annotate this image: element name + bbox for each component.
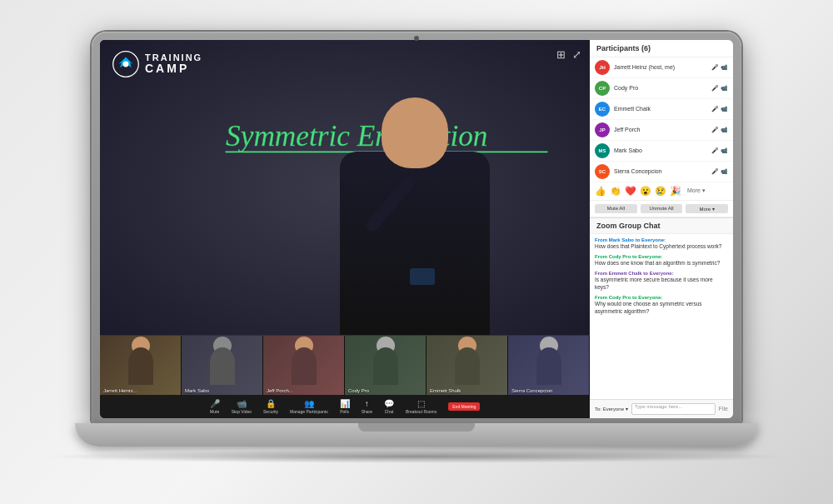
thumb-6: Sierra Concepcion <box>508 336 590 395</box>
reactions-bar: 👍 👏 ❤️ 😮 😢 🎉 More ▾ <box>590 182 733 201</box>
avatar-ms: MS <box>595 143 610 158</box>
video-toolbar-top: ⊞ ⤢ <box>556 48 581 61</box>
main-video-panel: TRAINING CAMP ⊞ ⤢ <box>100 40 590 418</box>
svg-point-1 <box>123 61 129 67</box>
reaction-celebrate[interactable]: 🎉 <box>670 186 681 197</box>
stop-video-button[interactable]: 📹 Stop Video <box>232 399 252 414</box>
fullscreen-icon[interactable]: ⤢ <box>572 48 581 61</box>
polls-button[interactable]: 📊 Polls <box>340 399 350 414</box>
shirt-logo <box>410 268 435 285</box>
bottom-toolbar: 🎤 Mute 📹 Stop Video 🔒 Security 👥 Manage … <box>100 395 590 418</box>
chat-input-box[interactable]: Type message here... <box>631 403 716 415</box>
chat-message-1: From Mark Sabo to Everyone: How does tha… <box>595 237 728 250</box>
unmute-all-button[interactable]: Unmute All <box>641 204 683 213</box>
breakout-icon: ⬚ <box>417 399 425 408</box>
logo-text: TRAINING CAMP <box>145 52 202 75</box>
avatar-jp: JP <box>595 122 610 137</box>
video-content: TRAINING CAMP ⊞ ⤢ <box>100 40 590 335</box>
training-camp-logo: TRAINING CAMP <box>112 50 202 78</box>
breakout-label: Breakout Rooms <box>406 409 436 414</box>
thumb-label-3: Jeff Porch... <box>267 388 293 393</box>
chat-input-area: To: Everyone ▾ Type message here... File <box>590 399 733 418</box>
chat-message-4: From Cody Pro to Everyone: Why would one… <box>595 295 728 315</box>
security-button[interactable]: 🔒 Security <box>263 399 278 414</box>
camp-label: CAMP <box>145 62 202 75</box>
chat-header: Zoom Group Chat <box>590 218 733 234</box>
screen: TRAINING CAMP ⊞ ⤢ <box>100 40 733 418</box>
thumb-label-6: Sierra Concepcion <box>511 388 552 393</box>
thumb-label-1: Jarrett Heintz... <box>103 388 137 393</box>
thumb-label-2: Mark Sabo <box>185 388 209 393</box>
participant-row-6: SC Sierra Concepcion 🎤 📹 <box>590 162 733 182</box>
participants-button[interactable]: 👥 Manage Participants <box>290 399 328 414</box>
instructor-head <box>382 97 448 168</box>
chat-label: Chat <box>385 409 394 414</box>
participant-row-3: EC Emmett Chalk 🎤 📹 <box>590 99 733 120</box>
mute-all-button[interactable]: Mute All <box>595 204 637 213</box>
reaction-wow[interactable]: 😮 <box>640 186 651 197</box>
chat-section: Zoom Group Chat From Mark Sabo to Everyo… <box>590 218 733 418</box>
breakout-button[interactable]: ⬚ Breakout Rooms <box>406 399 436 414</box>
participant-name-1: Jarrett Heinz (host, me) <box>614 64 707 70</box>
chat-button[interactable]: 💬 Chat <box>384 399 394 414</box>
mute-icon: 🎤 <box>210 399 220 408</box>
thumb-3: Jeff Porch... <box>263 336 345 395</box>
security-icon: 🔒 <box>266 399 276 408</box>
thumb-label-5: Emmett Shulk <box>430 388 461 393</box>
thumb-4: Cody Pro <box>345 336 426 395</box>
participant-row-4: JP Jeff Porch 🎤 📹 <box>590 120 733 141</box>
chat-text-1: How does that Plaintext to Cyphertext pr… <box>595 243 728 250</box>
mute-button[interactable]: 🎤 Mute <box>210 399 220 414</box>
right-panel: Participants (6) JH Jarrett Heinz (host,… <box>590 40 733 418</box>
chat-sender-3: From Emmett Chalk to Everyone: <box>595 271 728 276</box>
participant-icons-5: 🎤 📹 <box>711 147 728 154</box>
stop-video-label: Stop Video <box>232 409 252 414</box>
chat-messages: From Mark Sabo to Everyone: How does tha… <box>590 234 733 399</box>
participant-name-6: Sierra Concepcion <box>614 168 707 174</box>
chat-to-label[interactable]: To: Everyone ▾ <box>595 406 628 412</box>
laptop-shadow <box>42 450 791 463</box>
grid-icon[interactable]: ⊞ <box>556 48 566 61</box>
participant-icons-3: 🎤 📹 <box>711 106 728 112</box>
thumb-label-4: Cody Pro <box>348 388 369 393</box>
reaction-thumbs-up[interactable]: 👍 <box>595 186 606 197</box>
more-options-button[interactable]: More ▾ <box>686 204 728 213</box>
chat-icon: 💬 <box>384 399 394 408</box>
thumb-body-6 <box>536 347 561 385</box>
screen-bezel: TRAINING CAMP ⊞ ⤢ <box>92 32 741 423</box>
share-icon: ↑ <box>365 399 369 408</box>
avatar-cp: CP <box>595 81 610 96</box>
participants-label: Manage Participants <box>290 409 328 414</box>
participant-icons-4: 🎤 📹 <box>711 127 728 133</box>
thumb-1: Jarrett Heintz... <box>100 336 182 395</box>
reactions-more-button[interactable]: More ▾ <box>685 187 708 195</box>
chat-file-button[interactable]: File <box>719 406 728 412</box>
reaction-clap[interactable]: 👏 <box>610 186 621 197</box>
laptop-base <box>75 423 758 447</box>
chat-sender-1: From Mark Sabo to Everyone: <box>595 237 728 242</box>
polls-label: Polls <box>340 409 349 414</box>
reaction-heart[interactable]: ❤️ <box>625 186 636 197</box>
thumb-5: Emmett Shulk <box>426 336 508 395</box>
participant-row-2: CP Cody Pro 🎤 📹 <box>590 78 733 99</box>
video-icon: 📹 <box>237 399 247 408</box>
laptop-container: TRAINING CAMP ⊞ ⤢ <box>75 32 758 473</box>
share-button[interactable]: ↑ Share <box>362 399 372 414</box>
end-meeting-button[interactable]: End Meeting <box>448 402 480 411</box>
polls-icon: 📊 <box>340 399 350 408</box>
participant-row-1: JH Jarrett Heinz (host, me) 🎤 📹 <box>590 57 733 78</box>
chat-message-3: From Emmett Chalk to Everyone: Is asymme… <box>595 271 728 291</box>
participant-icons-2: 🎤 📹 <box>711 85 728 92</box>
reaction-sad[interactable]: 😢 <box>655 186 666 197</box>
mute-label: Mute <box>210 409 219 414</box>
logo-icon <box>112 50 140 78</box>
thumb-body-4 <box>373 347 398 385</box>
participants-bar: Jarrett Heintz... Mark Sabo Jeff Porch..… <box>100 335 590 395</box>
instructor-silhouette <box>298 68 531 335</box>
chat-sender-2: From Cody Pro to Everyone: <box>595 254 728 259</box>
chat-text-3: Is asymmetric more secure because it use… <box>595 277 728 291</box>
share-label: Share <box>362 409 372 414</box>
camera-dot <box>414 36 419 41</box>
thumb-body-2 <box>210 347 235 385</box>
participant-name-2: Cody Pro <box>614 85 707 91</box>
